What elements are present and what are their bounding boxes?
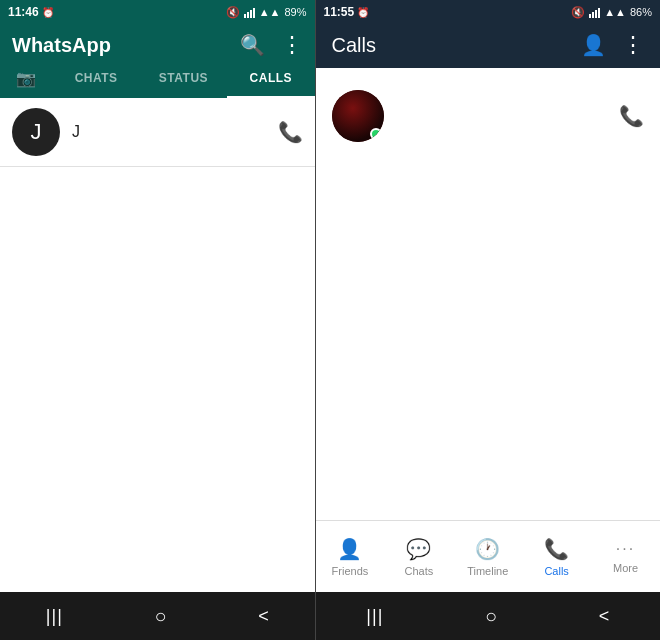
call-phone-icon[interactable]: 📞 [619,104,644,128]
right-wifi-icon: ▲▲ [604,6,626,18]
left-time: 11:46 ⏰ [8,5,54,19]
right-app-title: Calls [332,34,376,57]
tab-camera[interactable]: 📷 [0,58,52,98]
contact-name: J [72,123,80,140]
right-nav-back-icon[interactable]: < [599,606,610,627]
menu-icon[interactable]: ⋮ [281,32,303,58]
bottom-tab-more[interactable]: ··· More [591,521,660,592]
left-battery: 89% [284,6,306,18]
right-menu-icon[interactable]: ⋮ [622,32,644,58]
right-battery: 86% [630,6,652,18]
calls-bottom-icon: 📞 [544,537,569,561]
right-alarm-icon: ⏰ [357,7,369,18]
right-time: 11:55 ⏰ [324,5,370,19]
contact-avatar: J [12,108,60,156]
online-indicator [370,128,382,140]
left-header-icons: 🔍 ⋮ [240,32,303,58]
left-app-title: WhatsApp [12,34,111,57]
chats-tab-label: CHATS [75,71,118,85]
call-row[interactable]: 📞 [316,80,660,152]
bottom-tab-timeline[interactable]: 🕐 Timeline [453,521,522,592]
timeline-label: Timeline [467,565,508,577]
left-time-text: 11:46 [8,5,39,19]
left-signal-icon [244,6,255,18]
calls-tab-label: CALLS [250,71,293,85]
left-wifi-icon: ▲▲ [259,6,281,18]
nav-back-icon[interactable]: < [258,606,269,627]
right-status-bar: 11:55 ⏰ 🔇 ▲▲ 86% [316,0,660,24]
right-signal-icon [589,6,600,18]
left-status-bar: 11:46 ⏰ 🔇 ▲▲ 89% [0,0,315,24]
contact-initial: J [31,119,42,145]
right-mute-icon: 🔇 [571,6,585,19]
call-avatar [332,90,384,142]
right-nav-recent-icon[interactable]: ||| [366,606,383,627]
bottom-tab-calls[interactable]: 📞 Calls [522,521,591,592]
right-content: 📞 [316,68,660,520]
right-header-icons: 👤 ⋮ [581,32,644,58]
friends-label: Friends [332,565,369,577]
bottom-tab-friends[interactable]: 👤 Friends [316,521,385,592]
tab-chats[interactable]: CHATS [52,58,139,98]
nav-recent-icon[interactable]: ||| [46,606,63,627]
right-header: Calls 👤 ⋮ [316,24,660,68]
timeline-icon: 🕐 [475,537,500,561]
left-mute-icon: 🔇 [226,6,240,19]
tab-status[interactable]: STATUS [140,58,227,98]
contact-add-icon[interactable]: 👤 [581,33,606,57]
right-bottom-bar: ||| ○ < [316,592,660,640]
right-panel: 11:55 ⏰ 🔇 ▲▲ 86% Calls 👤 ⋮ [316,0,660,640]
friends-icon: 👤 [337,537,362,561]
calls-bottom-label: Calls [544,565,568,577]
left-panel: 11:46 ⏰ 🔇 ▲▲ 89% WhatsApp 🔍 ⋮ 📷 CHA [0,0,315,640]
left-content: J J 📞 [0,98,315,592]
left-alarm-icon: ⏰ [42,7,54,18]
left-header: WhatsApp 🔍 ⋮ [0,24,315,58]
status-tab-label: STATUS [159,71,208,85]
left-status-icons: 🔇 ▲▲ 89% [226,6,307,19]
left-bottom-bar: ||| ○ < [0,592,315,640]
call-action-icon[interactable]: 📞 [278,120,303,144]
right-nav-home-icon[interactable]: ○ [485,605,497,628]
camera-icon: 📷 [16,69,37,88]
chats-label: Chats [404,565,433,577]
search-icon[interactable]: 🔍 [240,33,265,57]
more-label: More [613,562,638,574]
right-status-icons: 🔇 ▲▲ 86% [571,6,652,19]
contact-info: J [72,123,278,141]
bottom-tab-chats[interactable]: 💬 Chats [384,521,453,592]
tab-calls[interactable]: CALLS [227,58,314,98]
more-icon: ··· [616,540,635,558]
left-tabs: 📷 CHATS STATUS CALLS [0,58,315,98]
chats-icon: 💬 [406,537,431,561]
right-time-text: 11:55 [324,5,355,19]
right-bottom-tabs: 👤 Friends 💬 Chats 🕐 Timeline 📞 Calls ···… [316,520,660,592]
contact-row[interactable]: J J 📞 [0,98,315,167]
nav-home-icon[interactable]: ○ [154,605,166,628]
